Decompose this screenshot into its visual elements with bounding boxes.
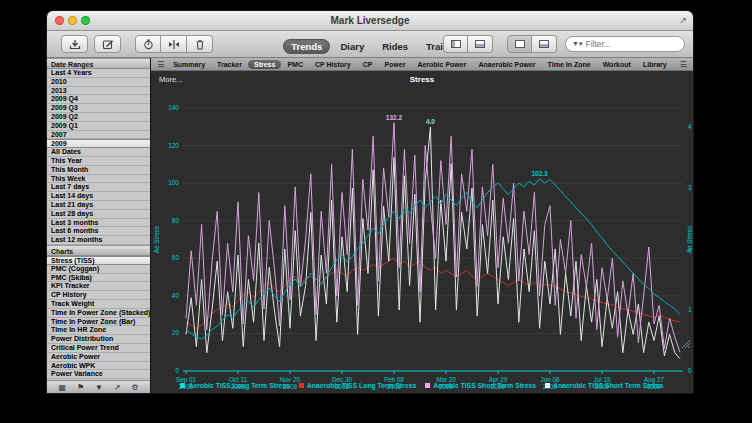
sidebar-item-this-week[interactable]: This Week xyxy=(47,175,150,184)
chart-tabs: SummaryTrackerStressPMCCP HistoryCPPower… xyxy=(167,60,672,69)
tab-power[interactable]: Power xyxy=(378,60,411,69)
fullscreen-icon[interactable]: ↗ xyxy=(679,15,687,25)
svg-text:0: 0 xyxy=(688,367,692,374)
tiled-view-icon xyxy=(539,40,549,48)
legend-swatch xyxy=(180,383,185,388)
tab-tracker[interactable]: Tracker xyxy=(211,60,248,69)
sidebar-item-stress-tiss[interactable]: Stress (TISS) xyxy=(47,256,150,265)
sidebar-item-time-in-power-zone-stacked[interactable]: Time In Power Zone (Stacked) xyxy=(47,309,150,318)
svg-text:102.3: 102.3 xyxy=(531,170,548,177)
sidebar-item-power-distribution[interactable]: Power Distribution xyxy=(47,335,150,344)
sidebar-item-pmc-coggan[interactable]: PMC (Coggan) xyxy=(47,265,150,274)
sidebar-item-last-28-days[interactable]: Last 28 days xyxy=(47,210,150,219)
sidebar-toggle-button[interactable] xyxy=(443,35,468,53)
resize-grip[interactable] xyxy=(681,339,691,349)
sidebar-item-2013[interactable]: 2013 xyxy=(47,87,150,96)
legend-item-aerobic-tiss-short-term-stress: Aerobic TISS Short Term Stress xyxy=(425,382,536,389)
sidebar-item-track-weight[interactable]: Track Weight xyxy=(47,300,150,309)
sidebar-item-kpi-tracker[interactable]: KPI Tracker xyxy=(47,282,150,291)
legend-item-aerobic-tiss-long-term-stress: Aerobic TISS Long Term Stress xyxy=(180,382,289,389)
chart-legend: Aerobic TISS Long Term StressAnaerobic T… xyxy=(151,379,693,391)
svg-text:1: 1 xyxy=(688,306,692,313)
sidebar-item-last-14-days[interactable]: Last 14 days xyxy=(47,192,150,201)
sidebar-item-last-3-months[interactable]: Last 3 months xyxy=(47,219,150,228)
sidebar-item-this-year[interactable]: This Year xyxy=(47,157,150,166)
svg-text:0: 0 xyxy=(175,367,179,374)
legend-item-anaerobic-tiss-long-term-stress: Anaerobic TISS Long Term Stress xyxy=(299,382,416,389)
svg-text:3: 3 xyxy=(688,184,692,191)
tab-stress[interactable]: Stress xyxy=(248,60,281,69)
sidebar-item-power-variance[interactable]: Power Variance xyxy=(47,370,150,379)
sidebar-list: Date RangesLast 4 Years201020132009 Q420… xyxy=(47,58,150,380)
view-tab-diary[interactable]: Diary xyxy=(332,39,372,54)
gear-icon[interactable]: ⚙ xyxy=(131,381,138,394)
screen: Mark Liversedge ↗ xyxy=(0,0,752,423)
sidebar-item-last-4-years[interactable]: Last 4 Years xyxy=(47,69,150,78)
sidebar-item-2009-q3[interactable]: 2009 Q3 xyxy=(47,104,150,113)
tab-cp[interactable]: CP xyxy=(357,60,379,69)
sidebar-item-this-month[interactable]: This Month xyxy=(47,166,150,175)
svg-text:20: 20 xyxy=(172,329,180,336)
sidebar-item-critical-power-trend[interactable]: Critical Power Trend xyxy=(47,344,150,353)
sidebar-toggle-icon xyxy=(451,40,461,48)
sidebar-item-cp-history[interactable]: CP History xyxy=(47,291,150,300)
sidebar-item-last-6-months[interactable]: Last 6 months xyxy=(47,227,150,236)
lowbar-toggle-button[interactable] xyxy=(468,35,493,53)
sidebar-item-aerobic-power[interactable]: Aerobic Power xyxy=(47,353,150,362)
view-tab-trends[interactable]: Trends xyxy=(283,39,330,54)
tab-time-in-zone[interactable]: Time In Zone xyxy=(542,60,597,69)
tab-menu-left-icon[interactable]: ☰ xyxy=(154,60,167,69)
trend-icon[interactable]: ↗ xyxy=(114,381,121,394)
tab-pmc[interactable]: PMC xyxy=(281,60,309,69)
tab-aerobic-power[interactable]: Aerobic Power xyxy=(411,60,472,69)
sidebar-item-2009-q2[interactable]: 2009 Q2 xyxy=(47,113,150,122)
legend-item-anaerobic-tiss-short-term-stress: Anaerobic TISS Short Term Stress xyxy=(545,382,664,389)
sidebar-section-charts: Charts xyxy=(47,245,150,256)
legend-swatch xyxy=(299,383,304,388)
svg-text:132.2: 132.2 xyxy=(386,114,403,121)
sidebar-item-all-dates[interactable]: All Dates xyxy=(47,148,150,157)
sidebar-item-last-21-days[interactable]: Last 21 days xyxy=(47,201,150,210)
legend-label: Aerobic TISS Short Term Stress xyxy=(433,382,536,389)
sidebar-item-aerobic-wpk[interactable]: Aerobic WPK xyxy=(47,362,150,371)
tab-workout[interactable]: Workout xyxy=(597,60,637,69)
svg-text:Ae Stress: Ae Stress xyxy=(153,226,160,253)
tab-cp-history[interactable]: CP History xyxy=(309,60,357,69)
sidebar-item-2010[interactable]: 2010 xyxy=(47,78,150,87)
svg-text:4.0: 4.0 xyxy=(426,118,435,125)
filter-input[interactable] xyxy=(585,39,665,49)
chart-title: Stress xyxy=(151,75,693,84)
bookmark-icon[interactable]: ⚑ xyxy=(77,381,84,394)
filter-icon[interactable]: ▼ xyxy=(95,381,103,394)
sidebar: Date RangesLast 4 Years201020132009 Q420… xyxy=(47,58,151,393)
sidebar-section-date-ranges: Date Ranges xyxy=(47,58,150,69)
sidebar-item-pmc-skiba[interactable]: PMC (Skiba) xyxy=(47,274,150,283)
legend-label: Anaerobic TISS Short Term Stress xyxy=(553,382,664,389)
tab-menu-right-icon[interactable]: ☰ xyxy=(677,60,690,69)
svg-text:100: 100 xyxy=(168,179,179,186)
tab-summary[interactable]: Summary xyxy=(167,60,211,69)
sidebar-item-time-in-hr-zone[interactable]: Time In HR Zone xyxy=(47,326,150,335)
svg-text:Date: Date xyxy=(426,392,440,394)
sidebar-item-2009-q1[interactable]: 2009 Q1 xyxy=(47,122,150,131)
svg-text:40: 40 xyxy=(172,292,180,299)
stress-chart[interactable]: 02040608010012014001234Sep 012008Oct 112… xyxy=(151,86,694,394)
legend-swatch xyxy=(545,383,550,388)
tab-library[interactable]: Library xyxy=(637,60,673,69)
sidebar-item-2009-q4[interactable]: 2009 Q4 xyxy=(47,95,150,104)
sidebar-item-2007[interactable]: 2007 xyxy=(47,131,150,140)
sidebar-bottom-toolbar: ▦⚑▼↗⚙ xyxy=(47,380,150,393)
single-view-icon xyxy=(515,40,525,48)
tiled-view-button[interactable] xyxy=(532,35,557,53)
sidebar-item-last-12-months[interactable]: Last 12 months xyxy=(47,236,150,245)
chart-tab-bar: ☰ SummaryTrackerStressPMCCP HistoryCPPow… xyxy=(151,58,693,71)
single-view-button[interactable] xyxy=(507,35,532,53)
panel-icon[interactable]: ▦ xyxy=(58,381,66,394)
svg-text:140: 140 xyxy=(168,104,179,111)
sidebar-item-time-in-power-zone-bar[interactable]: Time In Power Zone (Bar) xyxy=(47,318,150,327)
sidebar-item-2009[interactable]: 2009 xyxy=(47,139,150,148)
sidebar-item-last-7-days[interactable]: Last 7 days xyxy=(47,183,150,192)
svg-text:80: 80 xyxy=(172,217,180,224)
tab-anaerobic-power[interactable]: Anaerobic Power xyxy=(472,60,541,69)
view-tab-rides[interactable]: Rides xyxy=(374,39,416,54)
